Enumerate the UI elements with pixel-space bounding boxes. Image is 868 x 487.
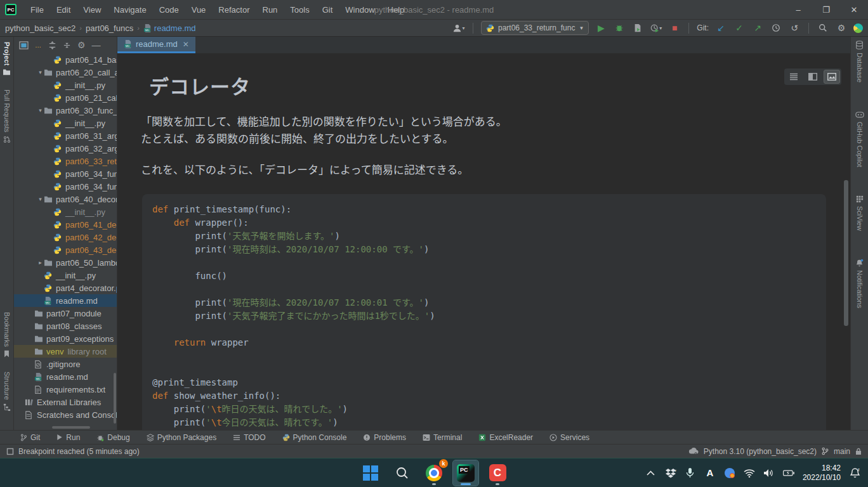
git-branch-name[interactable]: main — [834, 447, 850, 456]
menu-git[interactable]: Git — [317, 3, 338, 16]
expand-all-icon[interactable] — [48, 41, 56, 49]
tray-overflow-chevron-icon[interactable] — [645, 471, 657, 476]
start-button[interactable] — [358, 460, 383, 486]
git-commit-button[interactable]: ✓ — [733, 22, 746, 34]
user-icon[interactable]: ▾ — [452, 22, 465, 34]
tree-item[interactable]: __init__.py — [14, 205, 117, 218]
collapse-all-icon[interactable] — [63, 41, 71, 49]
close-tab-icon[interactable]: ✕ — [183, 40, 189, 49]
menu-view[interactable]: View — [78, 3, 106, 16]
menu-run[interactable]: Run — [258, 3, 283, 16]
tool-stripe-project[interactable]: Project — [3, 42, 11, 75]
tree-item[interactable]: part06_34_funcs_in_ — [14, 167, 117, 180]
git-push-button[interactable]: ↗ — [751, 22, 764, 34]
expand-chevron-icon[interactable]: ▾ — [37, 107, 44, 114]
breadcrumb-file[interactable]: MD readme.md — [143, 23, 196, 33]
menu-navigate[interactable]: Navigate — [109, 3, 151, 16]
tree-item[interactable]: __init__.py — [14, 117, 117, 129]
breadcrumb-folder[interactable]: part06_funcs — [86, 23, 133, 33]
tree-item[interactable]: part06_32_args_are_f — [14, 142, 117, 155]
pycharm-taskbar-button[interactable]: PC — [453, 460, 478, 486]
tool-window-button-run[interactable]: Run — [56, 433, 80, 442]
tool-stripe-bookmarks[interactable]: Bookmarks — [3, 312, 11, 358]
editor-scrollbar[interactable] — [844, 180, 848, 326]
tree-item[interactable]: ▾part06_30_func_args_ar — [14, 104, 117, 117]
run-configuration-select[interactable]: part06_33_return_func ▼ — [481, 21, 589, 35]
battery-icon[interactable] — [783, 469, 794, 477]
tree-item[interactable]: venvlibrary root — [14, 345, 117, 358]
tree-item[interactable]: part07_module — [14, 307, 117, 320]
tree-item[interactable]: MDreadme.md — [14, 370, 117, 383]
restore-button[interactable]: ❐ — [812, 0, 840, 19]
tree-item[interactable]: MDreadme.md — [14, 294, 117, 307]
tree-item[interactable]: __init__.py — [14, 269, 117, 282]
tree-item[interactable]: part06_33_return_fu — [14, 155, 117, 167]
expand-chevron-icon[interactable]: ▾ — [37, 69, 44, 75]
vertical-scrollbar[interactable] — [114, 373, 116, 424]
code-with-me-icon[interactable] — [853, 23, 863, 33]
tool-stripe-sciview[interactable]: SciView — [856, 195, 864, 231]
tree-item[interactable]: part08_classes — [14, 320, 117, 332]
tool-window-button-services[interactable]: Services — [549, 433, 589, 442]
tool-window-button-excelreader[interactable]: ExcelReader — [478, 433, 533, 442]
expand-chevron-icon[interactable]: ▾ — [37, 196, 44, 202]
menu-file[interactable]: File — [25, 3, 49, 16]
tree-item[interactable]: part06_42_deco_den — [14, 231, 117, 244]
tool-stripe-notifications[interactable]: Notifications — [855, 259, 864, 308]
panel-settings-gear-icon[interactable]: ⚙ — [77, 40, 86, 50]
tree-item[interactable]: External Libraries — [14, 396, 117, 408]
tree-item[interactable]: ▸part06_50_lambda — [14, 256, 117, 269]
tool-window-button-terminal[interactable]: Terminal — [423, 433, 462, 442]
tree-item[interactable]: part06_31_args_are_f — [14, 129, 117, 142]
run-button[interactable]: ▶ — [595, 22, 607, 34]
breadcrumb-project[interactable]: python_basic_sec2 — [5, 23, 76, 33]
menu-vue[interactable]: Vue — [187, 3, 211, 16]
horizontal-scrollbar[interactable] — [52, 426, 90, 429]
tree-item[interactable]: part06_41_deco_den — [14, 218, 117, 231]
tool-window-button-todo[interactable]: TODO — [233, 433, 265, 442]
dropbox-icon[interactable]: z — [665, 468, 676, 478]
taskbar-search-button[interactable] — [390, 460, 415, 486]
editor-only-view-icon[interactable] — [786, 70, 802, 84]
wifi-icon[interactable] — [744, 469, 755, 477]
debug-button[interactable] — [613, 22, 626, 34]
tree-item[interactable]: part06_34_funcs_in_ — [14, 180, 117, 193]
minimize-button[interactable]: – — [784, 0, 812, 19]
close-button[interactable]: ✕ — [840, 0, 868, 19]
tool-window-button-python-packages[interactable]: Python Packages — [147, 433, 216, 442]
menu-code[interactable]: Code — [154, 3, 184, 16]
history-button[interactable] — [770, 22, 782, 34]
tree-item[interactable]: __init__.py — [14, 79, 117, 91]
tree-item[interactable]: part06_43_deco_den — [14, 244, 117, 256]
run-with-coverage-button[interactable] — [631, 22, 644, 34]
git-update-button[interactable]: ↙ — [714, 22, 727, 34]
tool-window-button-git[interactable]: Git — [20, 433, 40, 442]
tree-item[interactable]: Scratches and Consoles — [14, 408, 117, 421]
split-view-icon[interactable] — [805, 70, 821, 84]
notification-bell-icon[interactable]: z — [849, 467, 860, 478]
project-view-selector-icon[interactable] — [19, 41, 29, 49]
tab-readme-md[interactable]: MD readme.md ✕ — [117, 37, 195, 53]
tool-stripe-pull-requests[interactable]: Pull Requests — [3, 89, 11, 143]
expand-chevron-icon[interactable]: ▸ — [37, 259, 44, 266]
preview-only-view-icon[interactable] — [824, 70, 840, 84]
microphone-icon[interactable] — [685, 467, 696, 478]
tree-item[interactable]: part06_21_call_args_ — [14, 91, 117, 104]
more-options-icon[interactable]: … — [35, 42, 42, 49]
ime-indicator[interactable]: A — [704, 467, 716, 478]
taskbar-clock[interactable]: 18:42 2022/10/10 — [803, 464, 841, 483]
hide-panel-icon[interactable]: — — [92, 40, 101, 50]
menu-refactor[interactable]: Refactor — [213, 3, 254, 16]
settings-gear-icon[interactable]: ⚙ — [835, 22, 848, 34]
tool-stripe-structure[interactable]: Structure — [3, 372, 11, 411]
tree-item[interactable]: .gitignore — [14, 358, 117, 370]
tool-window-button-problems[interactable]: Problems — [363, 433, 406, 442]
status-message[interactable]: Breakpoint reached (5 minutes ago) — [18, 447, 140, 456]
lock-icon[interactable] — [855, 448, 862, 455]
search-everywhere-icon[interactable] — [817, 22, 829, 34]
chrome-taskbar-button[interactable]: k — [421, 460, 447, 486]
menu-tools[interactable]: Tools — [285, 3, 314, 16]
python-interpreter[interactable]: Python 3.10 (python_basic_sec2) — [704, 447, 817, 456]
profiler-button[interactable]: ▾ — [650, 22, 662, 34]
tree-item[interactable]: part06_14_basic.py — [14, 53, 117, 66]
